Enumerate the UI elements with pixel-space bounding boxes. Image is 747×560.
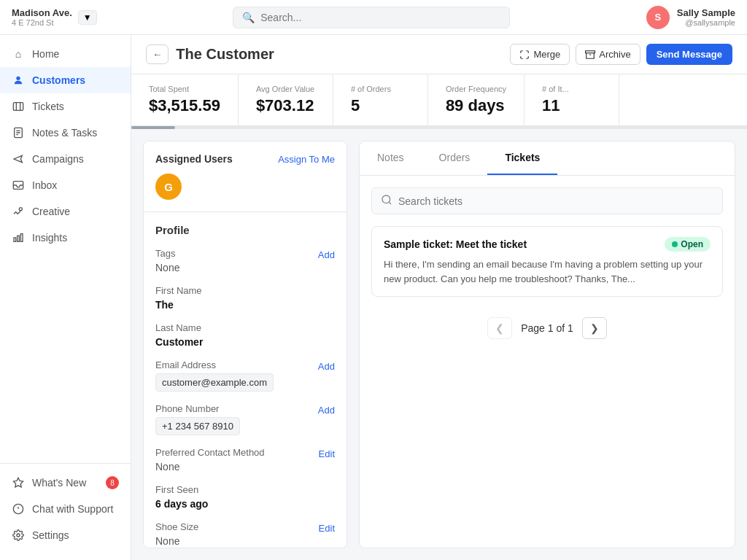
assigned-user-avatar: G	[155, 174, 182, 200]
stat-value: 89 days	[446, 96, 506, 115]
status-dot	[672, 241, 678, 247]
sidebar-item-label: What's New	[32, 477, 86, 489]
sidebar-item-label: Chat with Support	[32, 503, 113, 515]
tab-notes[interactable]: Notes	[360, 141, 422, 175]
first-seen-value: 6 days ago	[155, 498, 335, 510]
sidebar-item-creative[interactable]: Creative	[0, 198, 131, 225]
chat-support-icon	[12, 502, 25, 516]
sidebar-item-label: Settings	[32, 529, 69, 541]
stat-label: # of Orders	[351, 85, 410, 93]
whats-new-icon	[12, 476, 25, 489]
user-info: Sally Sample @sallysample	[677, 7, 735, 27]
shoe-size-value: None	[155, 535, 335, 547]
search-icon: 🔍	[242, 12, 255, 23]
send-message-button[interactable]: Send Message	[646, 44, 732, 65]
sidebar-item-notes-tasks[interactable]: Notes & Tasks	[0, 120, 131, 146]
sidebar-nav: ⌂ Home Customers Tickets Notes & Tasks	[0, 41, 131, 463]
phone-add-button[interactable]: Add	[318, 405, 335, 416]
contact-method-edit-button[interactable]: Edit	[319, 448, 335, 459]
stat-label: Total Spent	[149, 85, 220, 93]
global-search: 🔍	[233, 7, 510, 28]
svg-point-13	[382, 195, 390, 203]
field-label: First Seen	[155, 484, 335, 495]
assign-to-me-button[interactable]: Assign To Me	[278, 154, 335, 165]
stat-order-frequency: Order Frequency 89 days	[428, 74, 525, 125]
ticket-body: Hi there, I'm sending an email because I…	[384, 257, 711, 286]
home-icon: ⌂	[12, 47, 25, 61]
pagination: ❮ Page 1 of 1 ❯	[371, 306, 723, 351]
field-header: Shoe Size Edit	[155, 521, 335, 535]
header-actions: Merge Archive Send Message	[510, 44, 732, 65]
profile-field-contact-method: Preferred Contact Method Edit None	[155, 447, 335, 472]
tickets-icon	[12, 100, 25, 113]
stat-total-spent: Total Spent $3,515.59	[131, 74, 239, 125]
search-input[interactable]	[260, 12, 500, 23]
header-left: ← The Customer	[146, 44, 274, 64]
sidebar: ⌂ Home Customers Tickets Notes & Tasks	[0, 35, 131, 560]
sidebar-item-settings[interactable]: Settings	[0, 522, 131, 548]
sidebar-item-tickets[interactable]: Tickets	[0, 93, 131, 120]
creative-icon	[12, 205, 25, 218]
topbar-left: Madison Ave. 4 E 72nd St ▼	[12, 7, 97, 27]
tags-add-button[interactable]: Add	[318, 249, 335, 260]
right-panel: Notes Orders Tickets Sample ticket: Meet…	[359, 141, 735, 548]
field-label: Tags	[155, 248, 175, 259]
back-button[interactable]: ←	[146, 44, 169, 64]
sidebar-item-label: Notes & Tasks	[32, 127, 97, 139]
stat-value: 11	[542, 96, 601, 115]
email-value: customer@example.com	[155, 373, 274, 392]
sidebar-item-chat-support[interactable]: Chat with Support	[0, 496, 131, 522]
profile-field-shoe-size: Shoe Size Edit None	[155, 521, 335, 547]
sidebar-item-insights[interactable]: Insights	[0, 225, 131, 251]
sidebar-item-home[interactable]: ⌂ Home	[0, 41, 131, 67]
customers-icon	[12, 74, 25, 87]
profile-field-tags: Tags Add None	[155, 248, 335, 273]
ticket-card: Sample ticket: Meet the ticket Open Hi t…	[371, 226, 723, 297]
contact-method-value: None	[155, 461, 335, 472]
sidebar-item-label: Tickets	[32, 101, 64, 112]
stat-value: 5	[351, 96, 410, 115]
shoe-size-edit-button[interactable]: Edit	[319, 523, 335, 534]
prev-page-button[interactable]: ❮	[487, 317, 512, 339]
archive-icon	[585, 50, 595, 60]
field-label: Last Name	[155, 322, 335, 333]
sidebar-item-whats-new[interactable]: What's New 8	[0, 470, 131, 496]
archive-button[interactable]: Archive	[576, 44, 640, 65]
topbar: Madison Ave. 4 E 72nd St ▼ 🔍 S Sally Sam…	[0, 0, 747, 35]
svg-point-4	[19, 208, 22, 211]
company-dropdown-button[interactable]: ▼	[78, 10, 97, 25]
merge-button[interactable]: Merge	[510, 44, 570, 65]
company-info: Madison Ave. 4 E 72nd St	[12, 7, 72, 27]
user-handle: @sallysample	[677, 18, 735, 27]
search-tickets-bar	[371, 187, 723, 214]
sidebar-bottom: What's New 8 Chat with Support Settings	[0, 463, 131, 554]
last-name-value: Customer	[155, 336, 335, 348]
email-add-button[interactable]: Add	[318, 361, 335, 372]
inbox-icon	[12, 179, 25, 192]
field-header: Preferred Contact Method Edit	[155, 447, 335, 461]
company-address: 4 E 72nd St	[12, 18, 72, 27]
sidebar-item-inbox[interactable]: Inbox	[0, 172, 131, 198]
svg-point-10	[17, 534, 20, 537]
svg-rect-11	[586, 50, 595, 52]
sidebar-item-customers[interactable]: Customers	[0, 67, 131, 93]
field-label: Preferred Contact Method	[155, 447, 265, 458]
search-tickets-input[interactable]	[398, 195, 713, 207]
content-header: ← The Customer Merge Archive Send Messag…	[131, 35, 747, 74]
sidebar-item-label: Customers	[32, 74, 85, 86]
status-badge: Open	[665, 237, 711, 252]
topbar-right: S Sally Sample @sallysample	[646, 6, 735, 29]
svg-rect-6	[18, 236, 20, 241]
tab-orders[interactable]: Orders	[422, 141, 488, 175]
sidebar-item-campaigns[interactable]: Campaigns	[0, 146, 131, 172]
svg-rect-5	[14, 238, 16, 241]
main-layout: ⌂ Home Customers Tickets Notes & Tasks	[0, 35, 747, 560]
stats-bar: Total Spent $3,515.59 Avg Order Value $7…	[131, 74, 747, 126]
next-page-button[interactable]: ❯	[582, 317, 607, 339]
ticket-header: Sample ticket: Meet the ticket Open	[384, 237, 711, 252]
profile-field-last-name: Last Name Customer	[155, 322, 335, 348]
tab-tickets[interactable]: Tickets	[487, 141, 557, 175]
profile-field-first-name: First Name The	[155, 285, 335, 311]
company-name: Madison Ave.	[12, 7, 72, 18]
status-label: Open	[681, 239, 703, 249]
